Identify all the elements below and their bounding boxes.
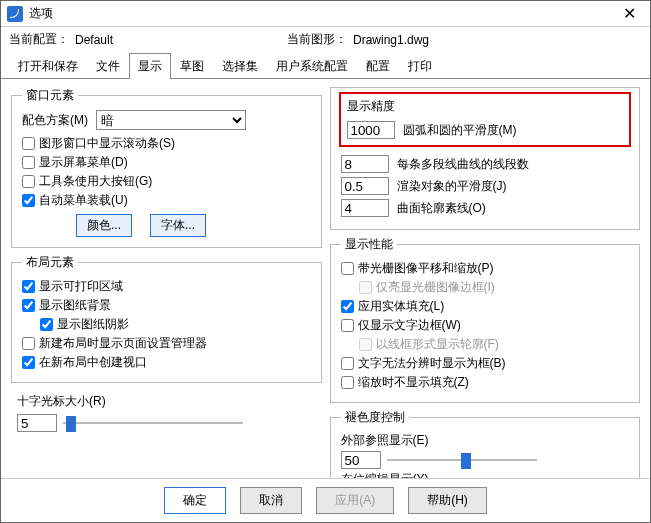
layout-check-1[interactable]	[22, 299, 35, 312]
layout-elements-group: 布局元素 显示可打印区域显示图纸背景显示图纸阴影新建布局时显示页面设置管理器在新…	[11, 254, 322, 383]
fonts-button[interactable]: 字体...	[150, 214, 206, 237]
perf-label-1: 仅亮显光栅图像边框(I)	[376, 279, 495, 296]
colors-button[interactable]: 颜色...	[76, 214, 132, 237]
tab-5[interactable]: 用户系统配置	[267, 53, 357, 79]
crosshair-value[interactable]	[17, 414, 57, 432]
layout-elements-legend: 布局元素	[22, 254, 78, 271]
perf-label-0: 带光栅图像平移和缩放(P)	[358, 260, 494, 277]
tab-bar: 打开和保存文件显示草图选择集用户系统配置配置打印	[1, 52, 650, 79]
window-elements-checks: 图形窗口中显示滚动条(S)显示屏幕菜单(D)工具条使用大按钮(G)自动菜单装载(…	[22, 134, 311, 210]
winel-label-1: 显示屏幕菜单(D)	[39, 154, 128, 171]
layout-label-0: 显示可打印区域	[39, 278, 123, 295]
render-smoothness-label: 渲染对象的平滑度(J)	[397, 178, 507, 195]
xref-fade-value[interactable]	[341, 451, 381, 469]
window-title: 选项	[29, 5, 53, 22]
color-scheme-label: 配色方案(M)	[22, 112, 88, 129]
crosshair-slider[interactable]	[63, 415, 243, 431]
surface-contour-label: 曲面轮廓素线(O)	[397, 200, 486, 217]
layout-elements-checks: 显示可打印区域显示图纸背景显示图纸阴影新建布局时显示页面设置管理器在新布局中创建…	[22, 277, 311, 372]
perf-label-2: 应用实体填充(L)	[358, 298, 445, 315]
layout-label-4: 在新布局中创建视口	[39, 354, 147, 371]
display-performance-checks: 带光栅图像平移和缩放(P)仅亮显光栅图像边框(I)应用实体填充(L)仅显示文字边…	[341, 259, 630, 392]
winel-check-2[interactable]	[22, 175, 35, 188]
current-drawing-label: 当前图形：	[287, 31, 347, 48]
layout-check-3[interactable]	[22, 337, 35, 350]
perf-check-0[interactable]	[341, 262, 354, 275]
perf-check-4	[359, 338, 372, 351]
current-config-label: 当前配置：	[9, 31, 69, 48]
current-drawing-value: Drawing1.dwg	[353, 33, 513, 47]
layout-label-1: 显示图纸背景	[39, 297, 111, 314]
tab-7[interactable]: 打印	[399, 53, 441, 79]
window-elements-legend: 窗口元素	[22, 87, 78, 104]
crosshair-label: 十字光标大小(R)	[17, 393, 322, 410]
winel-check-0[interactable]	[22, 137, 35, 150]
tab-0[interactable]: 打开和保存	[9, 53, 87, 79]
render-smoothness-input[interactable]	[341, 177, 389, 195]
arc-smoothness-label: 圆弧和圆的平滑度(M)	[403, 122, 517, 139]
display-performance-legend: 显示性能	[341, 236, 397, 253]
layout-label-2: 显示图纸阴影	[57, 316, 129, 333]
winel-label-2: 工具条使用大按钮(G)	[39, 173, 152, 190]
perf-check-5[interactable]	[341, 357, 354, 370]
tab-6[interactable]: 配置	[357, 53, 399, 79]
surface-contour-input[interactable]	[341, 199, 389, 217]
fade-control-legend: 褪色度控制	[341, 409, 409, 426]
winel-label-0: 图形窗口中显示滚动条(S)	[39, 135, 175, 152]
xref-fade-slider[interactable]	[387, 452, 537, 468]
display-precision-group: 显示精度 圆弧和圆的平滑度(M) 每条多段线曲线的线段数 渲染对象的平滑度(J)…	[330, 87, 641, 230]
apply-button[interactable]: 应用(A)	[316, 487, 394, 514]
perf-label-3: 仅显示文字边框(W)	[358, 317, 461, 334]
winel-label-3: 自动菜单装载(U)	[39, 192, 128, 209]
ok-button[interactable]: 确定	[164, 487, 226, 514]
tab-1[interactable]: 文件	[87, 53, 129, 79]
window-elements-group: 窗口元素 配色方案(M) 暗 图形窗口中显示滚动条(S)显示屏幕菜单(D)工具条…	[11, 87, 322, 248]
layout-label-3: 新建布局时显示页面设置管理器	[39, 335, 207, 352]
layout-check-0[interactable]	[22, 280, 35, 293]
inplace-fade-label: 在位编辑显示(Y)	[341, 471, 630, 478]
fade-control-group: 褪色度控制 外部参照显示(E) 在位编辑显示(Y)	[330, 409, 641, 478]
winel-check-1[interactable]	[22, 156, 35, 169]
perf-label-6: 缩放时不显示填充(Z)	[358, 374, 469, 391]
perf-check-6[interactable]	[341, 376, 354, 389]
close-icon[interactable]: ✕	[615, 2, 644, 25]
layout-check-2[interactable]	[40, 318, 53, 331]
crosshair-group: 十字光标大小(R)	[11, 389, 322, 432]
layout-check-4[interactable]	[22, 356, 35, 369]
perf-check-3[interactable]	[341, 319, 354, 332]
pline-segments-label: 每条多段线曲线的线段数	[397, 156, 529, 173]
perf-label-4: 以线框形式显示轮廓(F)	[376, 336, 499, 353]
perf-check-2[interactable]	[341, 300, 354, 313]
tab-2[interactable]: 显示	[129, 53, 171, 79]
pline-segments-input[interactable]	[341, 155, 389, 173]
display-precision-legend: 显示精度	[347, 98, 624, 119]
arc-smoothness-input[interactable]	[347, 121, 395, 139]
tab-4[interactable]: 选择集	[213, 53, 267, 79]
perf-label-5: 文字无法分辨时显示为框(B)	[358, 355, 506, 372]
color-scheme-select[interactable]: 暗	[96, 110, 246, 130]
xref-fade-label: 外部参照显示(E)	[341, 432, 630, 449]
app-icon	[7, 6, 23, 22]
tab-3[interactable]: 草图	[171, 53, 213, 79]
help-button[interactable]: 帮助(H)	[408, 487, 487, 514]
winel-check-3[interactable]	[22, 194, 35, 207]
display-performance-group: 显示性能 带光栅图像平移和缩放(P)仅亮显光栅图像边框(I)应用实体填充(L)仅…	[330, 236, 641, 403]
current-config-value: Default	[75, 33, 235, 47]
perf-check-1	[359, 281, 372, 294]
cancel-button[interactable]: 取消	[240, 487, 302, 514]
